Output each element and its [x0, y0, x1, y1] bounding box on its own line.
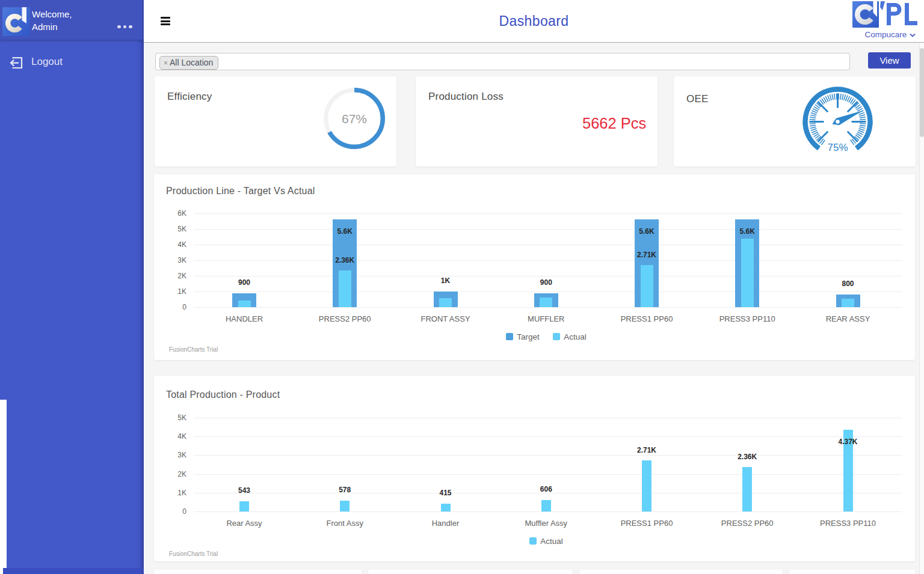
svg-text:67%: 67% — [342, 112, 367, 126]
svg-text:75%: 75% — [827, 142, 848, 153]
